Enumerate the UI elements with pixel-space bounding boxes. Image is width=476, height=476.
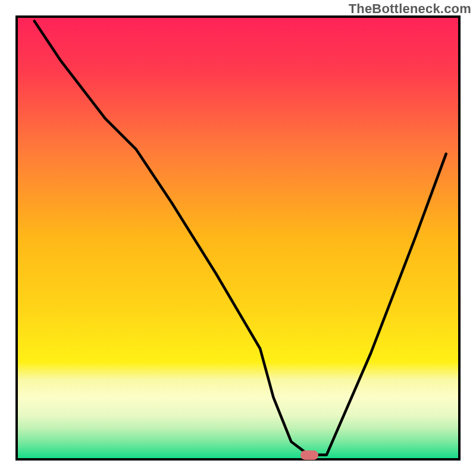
optimal-marker [300,450,318,460]
bottleneck-chart: TheBottleneck.com [0,0,476,476]
chart-svg [0,0,476,476]
plot-background [17,17,459,459]
watermark-text: TheBottleneck.com [349,1,471,17]
